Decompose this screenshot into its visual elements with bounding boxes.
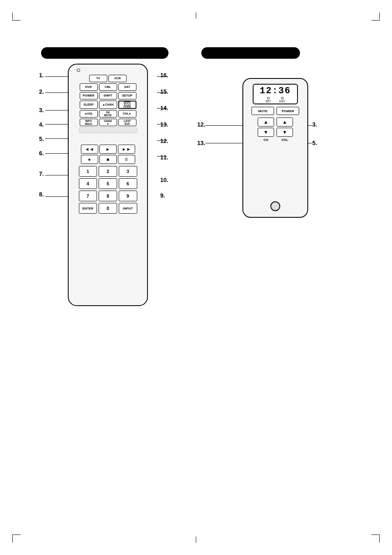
left-header-text [48,50,49,56]
vol-left-button[interactable]: ◄VOL [80,110,98,117]
power-indicator-dot [77,69,80,72]
callout-3: 3. [39,107,44,113]
line-c14 [157,108,167,108]
callout-5: 5. [39,136,44,142]
line-c5 [45,138,68,139]
num2-button[interactable]: 2 [99,166,117,177]
info-chan-last-row: INFOMenu CHAN▼ LASTExit [72,119,144,126]
cc-text: CC [124,101,131,106]
dvd-button[interactable]: DVD [80,83,98,91]
num7-button[interactable]: 7 [79,191,97,201]
callout-small-12: 12. [197,121,205,128]
callout-12: 12. [160,138,168,144]
right-header-text [208,50,210,56]
line-c16 [157,76,167,77]
ch-up-button[interactable]: ▲ [258,117,274,127]
vol-label: VOL [281,138,288,142]
line-c4 [45,124,68,124]
line-c2 [45,92,68,93]
input-button[interactable]: INPUT [119,203,137,214]
enter-button[interactable]: ENTER [79,203,97,214]
vcr-button[interactable]: VCR [108,75,127,82]
callout-13: 13. [160,121,168,128]
chan-down-button[interactable]: CHAN▼ [99,119,117,126]
corner-mark-br [371,534,380,543]
bottom-mid-mark [196,537,196,543]
line-c1 [45,76,68,77]
num9-button[interactable]: 9 [119,191,137,201]
right-section-header [201,47,300,59]
play-button[interactable]: ► [99,145,117,154]
top-mid-mark [196,12,196,18]
vol-up-button[interactable]: ▲ [277,117,293,127]
display-indicators: SET ENT [265,97,285,103]
line-small-3 [308,125,312,126]
mute-power-row: MUTE POWER [247,107,303,115]
line-c3 [45,110,68,111]
vol-right-button[interactable]: VOL► [118,110,136,117]
ch-vol-up-row: ▲ ▼ CH ▲ ▼ VOL [247,117,303,142]
ch-down-button[interactable]: ▼ [258,128,274,137]
corner-mark-tr [371,12,380,21]
power-shift-setup-row: POWER SHIFT SETUP [72,92,144,99]
line-c12 [157,140,167,141]
cbl-button[interactable]: CBL [99,83,117,91]
fast-forward-button[interactable]: ►► [118,145,135,154]
num6-button[interactable]: 6 [119,178,137,189]
ir-emitter [270,201,280,211]
last-exit-button[interactable]: LASTExit [118,119,136,126]
ch-group: ▲ ▼ CH [258,117,274,142]
callout-2: 2. [39,88,44,95]
callout-8: 8. [39,191,44,198]
shift-button[interactable]: SHIFT [99,92,117,99]
line-c13 [157,124,167,124]
sat-button[interactable]: SAT [118,83,136,91]
rewind-button[interactable]: ◄◄ [81,145,98,154]
sleep-button[interactable]: SLEEP [80,101,98,109]
callout-9: 9. [160,192,165,199]
corner-mark-bl [12,534,21,543]
record-button[interactable]: ● [81,155,98,164]
callout-10: 10. [160,177,168,183]
callout-7: 7. [39,170,44,177]
ent-dot [281,97,284,99]
blank-spacer [79,134,137,143]
line-c6 [45,153,68,154]
setup-button[interactable]: SETUP [118,92,136,99]
num1-button[interactable]: 1 [79,166,97,177]
num0-button[interactable]: 0 [99,203,117,214]
corner-mark-tl [12,12,21,21]
num5-button[interactable]: 5 [99,178,117,189]
vol-ok-vol-row: ◄VOL OKMUTE VOL► [72,110,144,117]
display-box: 12:36 SET ENT [253,84,298,104]
set-label: SET [265,100,271,103]
num3-button[interactable]: 3 [119,166,137,177]
line-small-12 [205,125,242,126]
ok-mute-button[interactable]: OKMUTE [99,110,117,117]
display-time: 12:36 [260,86,291,96]
line-small-5 [308,143,312,143]
chan-up-button[interactable]: ▲CHAN [99,101,117,109]
line-c15 [157,92,167,93]
power-button-small[interactable]: POWER [277,107,299,115]
mute-button[interactable]: MUTE [251,107,274,115]
set-dot [267,97,270,99]
num4-button[interactable]: 4 [79,178,97,189]
stop-button[interactable]: ■ [99,155,117,164]
power-button[interactable]: POWER [80,92,98,99]
pause-button[interactable]: II [118,155,135,164]
line-small-13 [205,143,242,143]
info-menu-button[interactable]: INFOMenu [80,119,98,126]
numpad: 1 2 3 4 5 6 7 8 9 ENTER 0 INPUT [79,166,137,214]
callout-11: 11. [160,154,168,161]
tv-button[interactable]: TV [89,75,107,82]
callout-small-5: 5. [312,140,317,146]
transport-row: ◄◄ ► ►► [79,145,137,154]
record-stop-pause-row: ● ■ II [79,155,137,164]
callout-6: 6. [39,150,44,157]
callout-4: 4. [39,121,44,128]
callout-small-13: 13. [197,140,205,146]
vol-down-button[interactable]: ▼ [277,128,293,137]
num8-button[interactable]: 8 [99,191,117,201]
cc-guide-button[interactable]: CC GUIDE [118,101,136,109]
